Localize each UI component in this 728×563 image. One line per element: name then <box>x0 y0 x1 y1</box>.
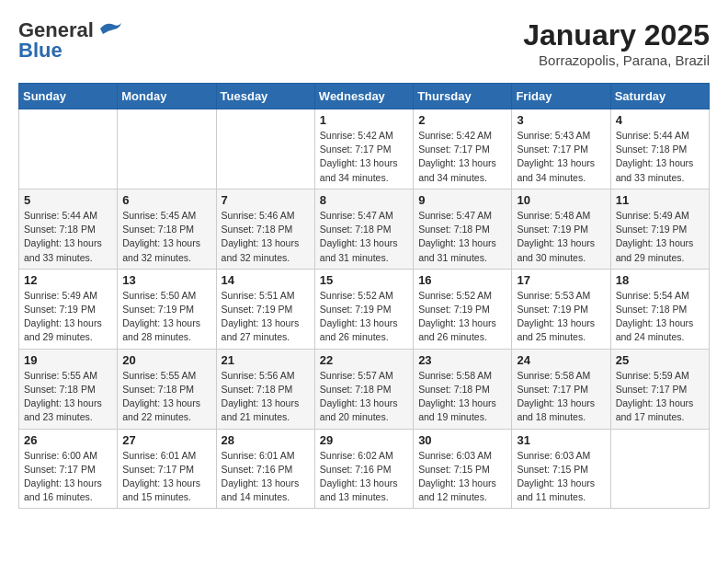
day-info: Sunrise: 6:00 AMSunset: 7:17 PMDaylight:… <box>24 449 112 505</box>
day-number: 27 <box>122 433 210 447</box>
weekday-header-saturday: Saturday <box>610 84 709 109</box>
day-number: 25 <box>616 353 704 367</box>
weekday-header-friday: Friday <box>512 84 610 109</box>
weekday-header-wednesday: Wednesday <box>314 84 413 109</box>
day-number: 6 <box>122 193 210 207</box>
day-number: 30 <box>418 433 506 447</box>
calendar-cell: 4Sunrise: 5:44 AMSunset: 7:18 PMDaylight… <box>610 109 709 190</box>
page-header: General Blue January 2025 Borrazopolis, … <box>18 18 710 68</box>
day-info: Sunrise: 5:50 AMSunset: 7:19 PMDaylight:… <box>122 289 210 345</box>
calendar-cell <box>118 109 216 190</box>
calendar-cell: 22Sunrise: 5:57 AMSunset: 7:18 PMDayligh… <box>314 349 413 429</box>
day-info: Sunrise: 5:52 AMSunset: 7:19 PMDaylight:… <box>418 289 506 345</box>
calendar-cell: 3Sunrise: 5:43 AMSunset: 7:17 PMDaylight… <box>512 109 610 190</box>
day-info: Sunrise: 5:47 AMSunset: 7:18 PMDaylight:… <box>320 209 408 265</box>
day-info: Sunrise: 5:55 AMSunset: 7:18 PMDaylight:… <box>122 369 210 425</box>
calendar-cell: 28Sunrise: 6:01 AMSunset: 7:16 PMDayligh… <box>216 429 314 509</box>
day-info: Sunrise: 5:56 AMSunset: 7:18 PMDaylight:… <box>222 369 310 425</box>
day-number: 24 <box>517 353 605 367</box>
calendar-cell: 31Sunrise: 6:03 AMSunset: 7:15 PMDayligh… <box>512 429 610 509</box>
calendar-cell: 16Sunrise: 5:52 AMSunset: 7:19 PMDayligh… <box>414 269 512 349</box>
calendar-cell: 19Sunrise: 5:55 AMSunset: 7:18 PMDayligh… <box>19 349 118 429</box>
day-info: Sunrise: 5:45 AMSunset: 7:18 PMDaylight:… <box>122 209 210 265</box>
day-number: 20 <box>122 353 210 367</box>
day-info: Sunrise: 5:59 AMSunset: 7:17 PMDaylight:… <box>616 369 704 425</box>
day-number: 16 <box>418 273 506 287</box>
day-info: Sunrise: 6:01 AMSunset: 7:17 PMDaylight:… <box>122 449 210 505</box>
day-number: 7 <box>222 193 310 207</box>
day-info: Sunrise: 5:58 AMSunset: 7:18 PMDaylight:… <box>418 369 506 425</box>
day-number: 3 <box>517 113 605 127</box>
calendar-cell: 7Sunrise: 5:46 AMSunset: 7:18 PMDaylight… <box>216 189 314 269</box>
week-row-1: 1Sunrise: 5:42 AMSunset: 7:17 PMDaylight… <box>19 109 710 190</box>
day-number: 4 <box>616 113 704 127</box>
month-title: January 2025 <box>523 18 710 52</box>
day-number: 8 <box>320 193 408 207</box>
logo: General Blue <box>18 18 123 63</box>
day-info: Sunrise: 5:44 AMSunset: 7:18 PMDaylight:… <box>24 209 112 265</box>
calendar-cell: 25Sunrise: 5:59 AMSunset: 7:17 PMDayligh… <box>610 349 709 429</box>
day-number: 31 <box>517 433 605 447</box>
day-number: 28 <box>222 433 310 447</box>
day-number: 26 <box>24 433 112 447</box>
day-info: Sunrise: 5:43 AMSunset: 7:17 PMDaylight:… <box>517 129 605 185</box>
logo-bird-icon <box>96 19 123 38</box>
calendar-cell: 2Sunrise: 5:42 AMSunset: 7:17 PMDaylight… <box>414 109 512 190</box>
week-row-5: 26Sunrise: 6:00 AMSunset: 7:17 PMDayligh… <box>19 429 710 509</box>
day-info: Sunrise: 5:53 AMSunset: 7:19 PMDaylight:… <box>517 289 605 345</box>
day-number: 23 <box>418 353 506 367</box>
day-info: Sunrise: 5:44 AMSunset: 7:18 PMDaylight:… <box>616 129 704 185</box>
calendar-cell: 6Sunrise: 5:45 AMSunset: 7:18 PMDaylight… <box>118 189 216 269</box>
day-info: Sunrise: 5:49 AMSunset: 7:19 PMDaylight:… <box>616 209 704 265</box>
weekday-header-row: SundayMondayTuesdayWednesdayThursdayFrid… <box>19 84 710 109</box>
day-info: Sunrise: 5:52 AMSunset: 7:19 PMDaylight:… <box>320 289 408 345</box>
calendar-cell <box>19 109 118 190</box>
calendar-table: SundayMondayTuesdayWednesdayThursdayFrid… <box>18 83 710 509</box>
calendar-cell: 5Sunrise: 5:44 AMSunset: 7:18 PMDaylight… <box>19 189 118 269</box>
day-number: 15 <box>320 273 408 287</box>
calendar-cell <box>216 109 314 190</box>
title-block: January 2025 Borrazopolis, Parana, Brazi… <box>523 18 710 68</box>
day-number: 5 <box>24 193 112 207</box>
logo-blue: Blue <box>18 39 63 63</box>
calendar-cell: 9Sunrise: 5:47 AMSunset: 7:18 PMDaylight… <box>414 189 512 269</box>
day-number: 12 <box>24 273 112 287</box>
day-number: 11 <box>616 193 704 207</box>
day-info: Sunrise: 5:51 AMSunset: 7:19 PMDaylight:… <box>222 289 310 345</box>
day-info: Sunrise: 5:55 AMSunset: 7:18 PMDaylight:… <box>24 369 112 425</box>
day-number: 10 <box>517 193 605 207</box>
calendar-cell: 18Sunrise: 5:54 AMSunset: 7:18 PMDayligh… <box>610 269 709 349</box>
day-info: Sunrise: 6:03 AMSunset: 7:15 PMDaylight:… <box>517 449 605 505</box>
day-number: 21 <box>222 353 310 367</box>
calendar-cell: 10Sunrise: 5:48 AMSunset: 7:19 PMDayligh… <box>512 189 610 269</box>
calendar-cell: 21Sunrise: 5:56 AMSunset: 7:18 PMDayligh… <box>216 349 314 429</box>
day-info: Sunrise: 6:02 AMSunset: 7:16 PMDaylight:… <box>320 449 408 505</box>
weekday-header-monday: Monday <box>118 84 216 109</box>
calendar-cell: 12Sunrise: 5:49 AMSunset: 7:19 PMDayligh… <box>19 269 118 349</box>
day-number: 2 <box>418 113 506 127</box>
weekday-header-sunday: Sunday <box>19 84 118 109</box>
day-info: Sunrise: 5:54 AMSunset: 7:18 PMDaylight:… <box>616 289 704 345</box>
week-row-2: 5Sunrise: 5:44 AMSunset: 7:18 PMDaylight… <box>19 189 710 269</box>
location: Borrazopolis, Parana, Brazil <box>523 52 710 68</box>
calendar-cell: 20Sunrise: 5:55 AMSunset: 7:18 PMDayligh… <box>118 349 216 429</box>
day-info: Sunrise: 5:48 AMSunset: 7:19 PMDaylight:… <box>517 209 605 265</box>
day-number: 29 <box>320 433 408 447</box>
calendar-cell: 15Sunrise: 5:52 AMSunset: 7:19 PMDayligh… <box>314 269 413 349</box>
weekday-header-thursday: Thursday <box>414 84 512 109</box>
day-number: 13 <box>122 273 210 287</box>
day-number: 9 <box>418 193 506 207</box>
day-info: Sunrise: 5:46 AMSunset: 7:18 PMDaylight:… <box>222 209 310 265</box>
day-info: Sunrise: 6:01 AMSunset: 7:16 PMDaylight:… <box>222 449 310 505</box>
day-number: 1 <box>320 113 408 127</box>
calendar-cell: 26Sunrise: 6:00 AMSunset: 7:17 PMDayligh… <box>19 429 118 509</box>
week-row-4: 19Sunrise: 5:55 AMSunset: 7:18 PMDayligh… <box>19 349 710 429</box>
calendar-cell: 27Sunrise: 6:01 AMSunset: 7:17 PMDayligh… <box>118 429 216 509</box>
calendar-cell: 14Sunrise: 5:51 AMSunset: 7:19 PMDayligh… <box>216 269 314 349</box>
calendar-cell: 8Sunrise: 5:47 AMSunset: 7:18 PMDaylight… <box>314 189 413 269</box>
day-number: 19 <box>24 353 112 367</box>
calendar-cell: 23Sunrise: 5:58 AMSunset: 7:18 PMDayligh… <box>414 349 512 429</box>
day-number: 18 <box>616 273 704 287</box>
day-number: 22 <box>320 353 408 367</box>
day-info: Sunrise: 5:42 AMSunset: 7:17 PMDaylight:… <box>320 129 408 185</box>
